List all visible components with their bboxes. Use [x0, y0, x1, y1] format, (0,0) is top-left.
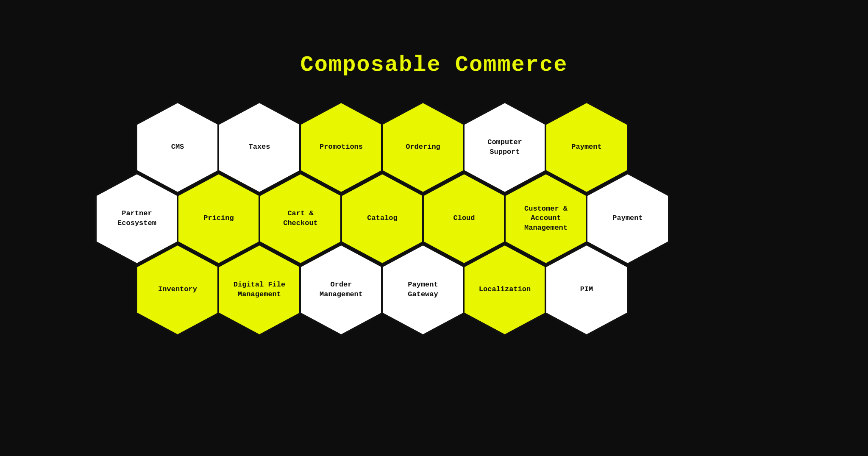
hex-label-payment-gateway: PaymentGateway	[399, 280, 446, 299]
hex-label-promotions: Promotions	[311, 142, 371, 152]
hex-label-ordering: Ordering	[397, 142, 449, 152]
hex-label-order-management: OrderManagement	[311, 280, 371, 299]
hex-label-localization: Localization	[470, 285, 539, 294]
hex-label-computer-support: ComputerSupport	[479, 138, 531, 156]
hex-pim: PIM	[538, 241, 635, 339]
hex-label-customer-account-mgmt: Customer &AccountManagement	[516, 204, 576, 232]
hex-label-payment-top: Payment	[563, 142, 610, 152]
hex-label-cart-checkout: Cart &Checkout	[275, 209, 326, 228]
hex-label-cloud: Cloud	[445, 214, 483, 223]
honeycomb-grid: CMS Taxes Promotions Ordering	[116, 99, 752, 404]
hex-label-pricing: Pricing	[195, 214, 242, 223]
hex-label-cms: CMS	[163, 142, 193, 152]
page-title: Composable Commerce	[300, 53, 568, 78]
hex-label-digital-file-mgmt: Digital FileManagement	[225, 280, 294, 299]
hex-label-pim: PIM	[572, 285, 602, 294]
hex-label-partner-ecosystem: PartnerEcosystem	[109, 209, 165, 228]
hex-label-taxes: Taxes	[240, 142, 278, 152]
hex-label-inventory: Inventory	[150, 285, 206, 294]
hex-label-catalog: Catalog	[359, 214, 406, 223]
hex-label-payment-right: Payment	[604, 214, 651, 223]
